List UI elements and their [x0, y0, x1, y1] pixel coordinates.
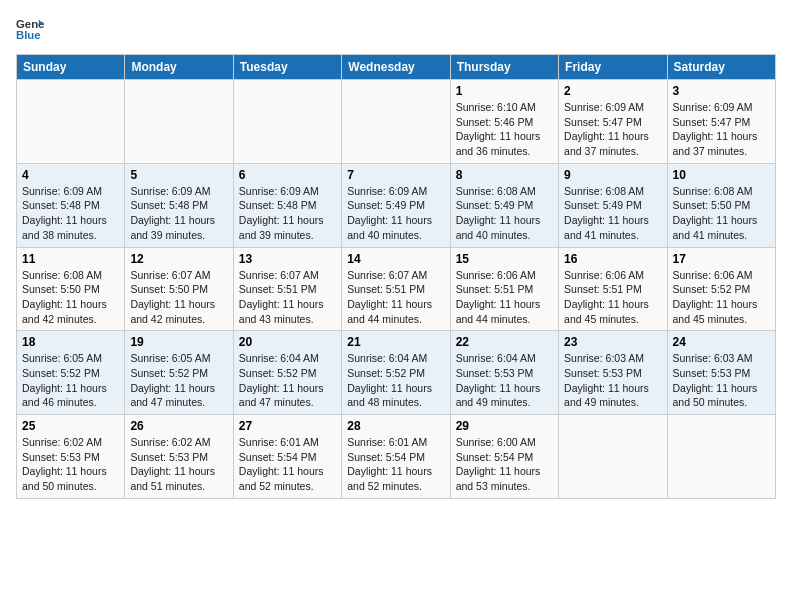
calendar-cell: 19Sunrise: 6:05 AMSunset: 5:52 PMDayligh… — [125, 331, 233, 415]
calendar-week-5: 25Sunrise: 6:02 AMSunset: 5:53 PMDayligh… — [17, 415, 776, 499]
weekday-header-monday: Monday — [125, 55, 233, 80]
calendar-cell: 5Sunrise: 6:09 AMSunset: 5:48 PMDaylight… — [125, 163, 233, 247]
day-info: Sunrise: 6:01 AMSunset: 5:54 PMDaylight:… — [239, 435, 336, 494]
day-info: Sunrise: 6:08 AMSunset: 5:49 PMDaylight:… — [456, 184, 553, 243]
calendar-cell: 28Sunrise: 6:01 AMSunset: 5:54 PMDayligh… — [342, 415, 450, 499]
calendar-cell: 8Sunrise: 6:08 AMSunset: 5:49 PMDaylight… — [450, 163, 558, 247]
day-info: Sunrise: 6:04 AMSunset: 5:53 PMDaylight:… — [456, 351, 553, 410]
day-info: Sunrise: 6:05 AMSunset: 5:52 PMDaylight:… — [130, 351, 227, 410]
day-info: Sunrise: 6:10 AMSunset: 5:46 PMDaylight:… — [456, 100, 553, 159]
calendar-cell: 4Sunrise: 6:09 AMSunset: 5:48 PMDaylight… — [17, 163, 125, 247]
calendar-week-1: 1Sunrise: 6:10 AMSunset: 5:46 PMDaylight… — [17, 80, 776, 164]
day-info: Sunrise: 6:02 AMSunset: 5:53 PMDaylight:… — [130, 435, 227, 494]
day-number: 4 — [22, 168, 119, 182]
day-number: 2 — [564, 84, 661, 98]
day-number: 8 — [456, 168, 553, 182]
calendar-cell: 3Sunrise: 6:09 AMSunset: 5:47 PMDaylight… — [667, 80, 775, 164]
logo-icon: General Blue — [16, 16, 44, 44]
calendar-cell — [125, 80, 233, 164]
day-number: 26 — [130, 419, 227, 433]
svg-text:Blue: Blue — [16, 29, 41, 41]
day-number: 17 — [673, 252, 770, 266]
day-number: 29 — [456, 419, 553, 433]
day-info: Sunrise: 6:09 AMSunset: 5:48 PMDaylight:… — [239, 184, 336, 243]
weekday-header-thursday: Thursday — [450, 55, 558, 80]
day-number: 15 — [456, 252, 553, 266]
day-number: 13 — [239, 252, 336, 266]
day-number: 18 — [22, 335, 119, 349]
day-info: Sunrise: 6:02 AMSunset: 5:53 PMDaylight:… — [22, 435, 119, 494]
day-info: Sunrise: 6:08 AMSunset: 5:49 PMDaylight:… — [564, 184, 661, 243]
calendar-cell: 23Sunrise: 6:03 AMSunset: 5:53 PMDayligh… — [559, 331, 667, 415]
calendar-cell: 16Sunrise: 6:06 AMSunset: 5:51 PMDayligh… — [559, 247, 667, 331]
logo: General Blue — [16, 16, 44, 44]
calendar-cell: 24Sunrise: 6:03 AMSunset: 5:53 PMDayligh… — [667, 331, 775, 415]
day-number: 19 — [130, 335, 227, 349]
day-number: 25 — [22, 419, 119, 433]
day-info: Sunrise: 6:08 AMSunset: 5:50 PMDaylight:… — [673, 184, 770, 243]
day-info: Sunrise: 6:09 AMSunset: 5:47 PMDaylight:… — [673, 100, 770, 159]
day-info: Sunrise: 6:05 AMSunset: 5:52 PMDaylight:… — [22, 351, 119, 410]
weekday-header-saturday: Saturday — [667, 55, 775, 80]
day-number: 22 — [456, 335, 553, 349]
calendar-cell: 2Sunrise: 6:09 AMSunset: 5:47 PMDaylight… — [559, 80, 667, 164]
day-number: 11 — [22, 252, 119, 266]
calendar-cell: 10Sunrise: 6:08 AMSunset: 5:50 PMDayligh… — [667, 163, 775, 247]
day-number: 23 — [564, 335, 661, 349]
calendar-cell — [342, 80, 450, 164]
calendar-table: SundayMondayTuesdayWednesdayThursdayFrid… — [16, 54, 776, 499]
calendar-cell: 11Sunrise: 6:08 AMSunset: 5:50 PMDayligh… — [17, 247, 125, 331]
day-info: Sunrise: 6:09 AMSunset: 5:48 PMDaylight:… — [22, 184, 119, 243]
day-info: Sunrise: 6:01 AMSunset: 5:54 PMDaylight:… — [347, 435, 444, 494]
calendar-cell: 21Sunrise: 6:04 AMSunset: 5:52 PMDayligh… — [342, 331, 450, 415]
day-number: 9 — [564, 168, 661, 182]
page-header: General Blue — [16, 16, 776, 44]
day-number: 3 — [673, 84, 770, 98]
day-info: Sunrise: 6:00 AMSunset: 5:54 PMDaylight:… — [456, 435, 553, 494]
day-number: 24 — [673, 335, 770, 349]
weekday-header-friday: Friday — [559, 55, 667, 80]
calendar-cell — [667, 415, 775, 499]
day-number: 7 — [347, 168, 444, 182]
calendar-cell — [17, 80, 125, 164]
day-info: Sunrise: 6:03 AMSunset: 5:53 PMDaylight:… — [673, 351, 770, 410]
calendar-cell: 6Sunrise: 6:09 AMSunset: 5:48 PMDaylight… — [233, 163, 341, 247]
day-number: 1 — [456, 84, 553, 98]
calendar-cell: 13Sunrise: 6:07 AMSunset: 5:51 PMDayligh… — [233, 247, 341, 331]
day-number: 21 — [347, 335, 444, 349]
day-info: Sunrise: 6:09 AMSunset: 5:49 PMDaylight:… — [347, 184, 444, 243]
calendar-week-4: 18Sunrise: 6:05 AMSunset: 5:52 PMDayligh… — [17, 331, 776, 415]
day-info: Sunrise: 6:07 AMSunset: 5:51 PMDaylight:… — [347, 268, 444, 327]
day-info: Sunrise: 6:09 AMSunset: 5:47 PMDaylight:… — [564, 100, 661, 159]
day-number: 10 — [673, 168, 770, 182]
day-info: Sunrise: 6:07 AMSunset: 5:50 PMDaylight:… — [130, 268, 227, 327]
day-info: Sunrise: 6:09 AMSunset: 5:48 PMDaylight:… — [130, 184, 227, 243]
day-number: 16 — [564, 252, 661, 266]
calendar-cell: 18Sunrise: 6:05 AMSunset: 5:52 PMDayligh… — [17, 331, 125, 415]
day-number: 20 — [239, 335, 336, 349]
calendar-cell: 15Sunrise: 6:06 AMSunset: 5:51 PMDayligh… — [450, 247, 558, 331]
calendar-cell: 9Sunrise: 6:08 AMSunset: 5:49 PMDaylight… — [559, 163, 667, 247]
calendar-week-3: 11Sunrise: 6:08 AMSunset: 5:50 PMDayligh… — [17, 247, 776, 331]
day-info: Sunrise: 6:04 AMSunset: 5:52 PMDaylight:… — [239, 351, 336, 410]
day-number: 5 — [130, 168, 227, 182]
calendar-cell: 22Sunrise: 6:04 AMSunset: 5:53 PMDayligh… — [450, 331, 558, 415]
calendar-cell: 7Sunrise: 6:09 AMSunset: 5:49 PMDaylight… — [342, 163, 450, 247]
day-info: Sunrise: 6:06 AMSunset: 5:52 PMDaylight:… — [673, 268, 770, 327]
calendar-cell: 17Sunrise: 6:06 AMSunset: 5:52 PMDayligh… — [667, 247, 775, 331]
weekday-header-tuesday: Tuesday — [233, 55, 341, 80]
calendar-cell: 20Sunrise: 6:04 AMSunset: 5:52 PMDayligh… — [233, 331, 341, 415]
calendar-cell: 14Sunrise: 6:07 AMSunset: 5:51 PMDayligh… — [342, 247, 450, 331]
day-info: Sunrise: 6:06 AMSunset: 5:51 PMDaylight:… — [564, 268, 661, 327]
calendar-cell — [233, 80, 341, 164]
calendar-cell — [559, 415, 667, 499]
calendar-cell: 12Sunrise: 6:07 AMSunset: 5:50 PMDayligh… — [125, 247, 233, 331]
day-info: Sunrise: 6:07 AMSunset: 5:51 PMDaylight:… — [239, 268, 336, 327]
day-number: 12 — [130, 252, 227, 266]
calendar-cell: 29Sunrise: 6:00 AMSunset: 5:54 PMDayligh… — [450, 415, 558, 499]
calendar-cell: 26Sunrise: 6:02 AMSunset: 5:53 PMDayligh… — [125, 415, 233, 499]
day-number: 27 — [239, 419, 336, 433]
day-number: 14 — [347, 252, 444, 266]
weekday-header-sunday: Sunday — [17, 55, 125, 80]
calendar-cell: 27Sunrise: 6:01 AMSunset: 5:54 PMDayligh… — [233, 415, 341, 499]
